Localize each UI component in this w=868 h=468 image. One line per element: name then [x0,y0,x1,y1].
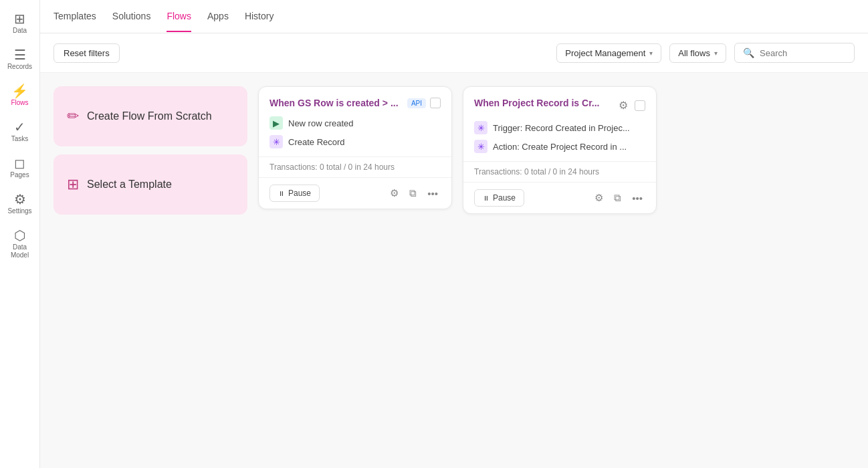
flow-card-stats: Transactions: 0 total / 0 in 24 hours [463,161,656,182]
flow-card-flow-2: When Project Record is Cr... ⚙︎ ✳ Trigge… [463,86,657,214]
flow-card-checkbox[interactable] [430,98,441,108]
flow-cards-container: When GS Row is created > ... API ▶ New r… [258,86,657,214]
sidebar-item-records[interactable]: ☰ Records [3,43,37,76]
settings-icon-button[interactable]: ⚙ [592,191,606,205]
content-area: ✏ Create Flow From Scratch ⊞ Select a Te… [40,73,868,468]
sidebar: ⊞ Data ☰ Records ⚡ Flows ✓ Tasks ◻ Pages… [0,0,40,468]
pause-button[interactable]: ⏸ Pause [474,189,524,207]
step-icon: ✳ [474,140,487,153]
step-label: Action: Create Project Record in ... [493,142,627,152]
flow-step-1: ✳ Action: Create Project Record in ... [474,140,645,153]
flow-card-title: When Project Record is Cr... [474,98,611,108]
api-badge: API [407,98,426,108]
step-icon: ▶ [269,116,283,130]
action-panel: ✏ Create Flow From Scratch ⊞ Select a Te… [53,86,247,215]
flow-card-stats: Transactions: 0 total / 0 in 24 hours [259,156,451,177]
action-card-label: Select a Template [87,179,172,191]
sidebar-item-label: Data [13,27,27,35]
flows-icon: ⚡ [11,84,28,98]
pages-icon: ◻ [14,156,25,170]
step-label: Create Record [288,137,345,147]
sidebar-item-label: Tasks [11,135,29,143]
action-card-select-template[interactable]: ⊞ Select a Template [53,154,247,215]
action-card-label: Create Flow From Scratch [87,110,212,122]
main-area: TemplatesSolutionsFlowsAppsHistory Reset… [40,0,868,468]
flow-card-badges: API [407,98,441,108]
more-icon-button[interactable]: ••• [629,191,645,205]
nav-item-apps[interactable]: Apps [207,1,229,32]
nav-item-history[interactable]: History [245,1,274,32]
flow-card-badges: ⚙︎ [616,98,645,113]
tasks-icon: ✓ [14,120,25,134]
flow-card-header: When Project Record is Cr... ⚙︎ [463,87,656,121]
sidebar-item-data-model[interactable]: ⬡ Data Model [3,223,37,265]
project-filter-dropdown[interactable]: Project Management ▾ [556,43,661,63]
nav-item-flows[interactable]: Flows [167,1,191,32]
action-card-create-from-scratch[interactable]: ✏ Create Flow From Scratch [53,86,247,146]
settings-icon-button[interactable]: ⚙ [387,186,401,201]
chevron-down-icon: ▾ [649,49,653,57]
more-icon-button[interactable]: ••• [425,187,441,201]
flow-card-body: ▶ New row created ✳ Create Record [259,116,451,156]
all-flows-label: All flows [678,48,710,58]
step-label: New row created [288,118,354,128]
sidebar-item-label: Settings [7,207,31,215]
pause-icon: ⏸ [483,195,490,202]
pause-label: Pause [288,189,311,198]
footer-actions: ⚙ ⧉ ••• [592,191,645,205]
sidebar-item-label: Pages [10,171,29,179]
footer-actions: ⚙ ⧉ ••• [387,186,441,201]
copy-icon-button[interactable]: ⧉ [611,191,624,205]
search-input[interactable] [760,48,846,58]
pause-label: Pause [493,193,516,203]
flow-card-footer: ⏸ Pause ⚙ ⧉ ••• [463,182,656,213]
data-icon: ⊞ [14,12,25,25]
nav-item-solutions[interactable]: Solutions [112,1,151,32]
search-bar: 🔍 [734,43,855,63]
flow-card-title: When GS Row is created > ... [269,98,402,108]
project-filter-label: Project Management [565,48,645,58]
sidebar-item-data[interactable]: ⊞ Data [3,7,37,40]
flow-step-0: ✳ Trigger: Record Created in Projec... [474,121,645,134]
step-label: Trigger: Record Created in Projec... [493,123,630,133]
top-nav: TemplatesSolutionsFlowsAppsHistory [40,0,868,33]
search-icon: 🔍 [743,47,754,58]
sidebar-item-pages[interactable]: ◻ Pages [3,151,37,185]
step-icon: ✳ [474,121,487,134]
settings-icon: ⚙ [14,193,26,206]
pause-button[interactable]: ⏸ Pause [269,185,320,202]
sidebar-item-flows[interactable]: ⚡ Flows [3,79,37,112]
reset-filters-button[interactable]: Reset filters [53,43,120,63]
records-icon: ☰ [14,48,26,62]
share-icon-button[interactable]: ⚙︎ [616,98,631,113]
flow-card-flow-1: When GS Row is created > ... API ▶ New r… [258,86,452,209]
flow-card-header: When GS Row is created > ... API [259,87,451,116]
toolbar: Reset filters Project Management ▾ All f… [40,33,868,73]
sidebar-item-label: Data Model [7,243,33,259]
data-model-icon: ⬡ [14,229,25,242]
flow-card-checkbox[interactable] [635,100,645,111]
pause-icon: ⏸ [278,190,285,197]
sidebar-item-tasks[interactable]: ✓ Tasks [3,115,37,148]
sidebar-item-settings[interactable]: ⚙ Settings [3,187,37,221]
all-flows-dropdown[interactable]: All flows ▾ [669,43,726,63]
nav-item-templates[interactable]: Templates [53,1,96,32]
create-from-scratch-icon: ✏ [67,108,79,125]
sidebar-item-label: Records [7,63,32,71]
sidebar-item-label: Flows [11,99,28,107]
step-icon: ✳ [269,135,283,148]
flow-step-1: ✳ Create Record [269,135,441,148]
chevron-down-icon: ▾ [714,49,718,57]
flow-card-footer: ⏸ Pause ⚙ ⧉ ••• [259,177,451,209]
flow-card-body: ✳ Trigger: Record Created in Projec... ✳… [463,121,656,161]
copy-icon-button[interactable]: ⧉ [407,186,419,201]
flow-step-0: ▶ New row created [269,116,441,130]
select-template-icon: ⊞ [67,176,79,193]
